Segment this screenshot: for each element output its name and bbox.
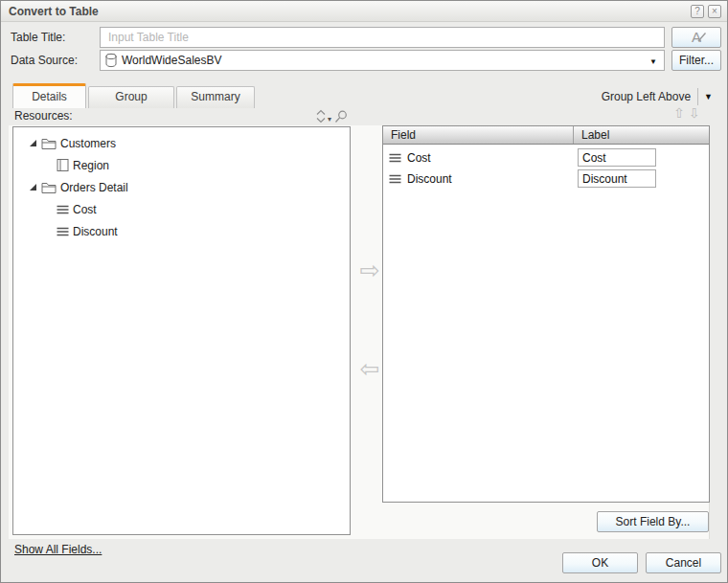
table-title-input[interactable]	[100, 27, 665, 48]
tab-summary[interactable]: Summary	[176, 86, 255, 108]
table-row-cost[interactable]: Cost	[383, 147, 709, 168]
tree-node-label: Discount	[73, 225, 118, 238]
sort-field-by-button[interactable]: Sort Field By...	[597, 511, 709, 532]
dialog-title: Convert to Table	[9, 5, 687, 18]
divider	[697, 88, 698, 105]
tab-details[interactable]: Details	[12, 83, 86, 108]
resources-tree: Customers Region Orders Detail	[12, 126, 351, 535]
folder-icon	[41, 137, 57, 150]
tab-strip: Details Group Summary	[12, 83, 257, 108]
resources-toolbar: ▾	[315, 107, 348, 123]
sort-dropdown-icon[interactable]: ▾	[328, 116, 331, 123]
fields-table-header: Field Label	[383, 126, 709, 145]
column-header-field: Field	[383, 126, 574, 144]
search-icon[interactable]	[334, 110, 348, 123]
help-icon[interactable]: ?	[691, 5, 704, 18]
panel-icon	[57, 158, 69, 172]
group-position-dropdown-icon[interactable]: ▼	[704, 92, 713, 101]
ok-button[interactable]: OK	[562, 552, 638, 573]
label-input-discount[interactable]	[578, 169, 656, 188]
field-icon	[389, 152, 401, 164]
column-header-label: Label	[574, 126, 709, 144]
field-icon	[389, 173, 401, 185]
expanded-triangle-icon[interactable]	[30, 184, 36, 191]
move-up-icon[interactable]: ⇧	[673, 105, 689, 121]
fields-table-body: Cost Discount	[383, 145, 709, 190]
expanded-triangle-icon[interactable]	[30, 140, 36, 146]
field-name: Discount	[407, 172, 452, 186]
font-az-icon: A	[686, 30, 707, 45]
add-field-icon[interactable]: ⇨	[357, 257, 382, 284]
font-style-button[interactable]: A	[671, 27, 721, 48]
filter-button[interactable]: Filter...	[671, 50, 721, 71]
convert-to-table-dialog: Convert to Table ? × Table Title: A Data…	[0, 0, 728, 583]
label-input-cost[interactable]	[578, 148, 656, 167]
group-position-label: Group Left Above	[602, 90, 691, 103]
cancel-button[interactable]: Cancel	[646, 552, 721, 573]
field-icon	[57, 204, 69, 215]
data-source-combobox[interactable]: WorldWideSalesBV ▼	[100, 50, 665, 71]
tab-group[interactable]: Group	[88, 86, 174, 108]
tree-node-label: Region	[73, 159, 109, 172]
tree-node-region[interactable]: Region	[13, 154, 350, 176]
close-icon[interactable]: ×	[708, 5, 721, 18]
combo-dropdown-icon[interactable]: ▼	[649, 57, 657, 66]
move-down-icon[interactable]: ⇩	[689, 105, 704, 121]
tree-node-cost[interactable]: Cost	[13, 198, 350, 220]
group-position-dropdown[interactable]: Group Left Above ▼	[602, 87, 713, 106]
field-name: Cost	[407, 151, 431, 165]
tree-node-label: Orders Detail	[60, 181, 128, 194]
tree-node-label: Customers	[60, 137, 116, 150]
table-title-label: Table Title:	[11, 27, 65, 48]
folder-icon	[41, 181, 57, 194]
field-icon	[57, 226, 69, 237]
tree-node-customers[interactable]: Customers	[13, 132, 350, 154]
tree-node-discount[interactable]: Discount	[13, 220, 350, 242]
data-source-label: Data Source:	[11, 50, 78, 71]
tree-node-label: Cost	[73, 203, 97, 216]
remove-field-icon[interactable]: ⇦	[357, 355, 382, 383]
title-bar: Convert to Table ? ×	[1, 1, 727, 22]
tree-node-orders-detail[interactable]: Orders Detail	[13, 176, 350, 198]
data-source-value: WorldWideSalesBV	[122, 54, 221, 67]
show-all-fields-link[interactable]: Show All Fields...	[14, 543, 102, 556]
database-icon	[104, 53, 118, 68]
fields-table: Field Label Cost Discount	[382, 125, 710, 503]
resources-label: Resources:	[14, 107, 73, 125]
table-row-discount[interactable]: Discount	[383, 168, 709, 190]
move-field-arrows: ⇧⇩	[673, 105, 703, 121]
sort-order-icon[interactable]	[315, 109, 327, 123]
